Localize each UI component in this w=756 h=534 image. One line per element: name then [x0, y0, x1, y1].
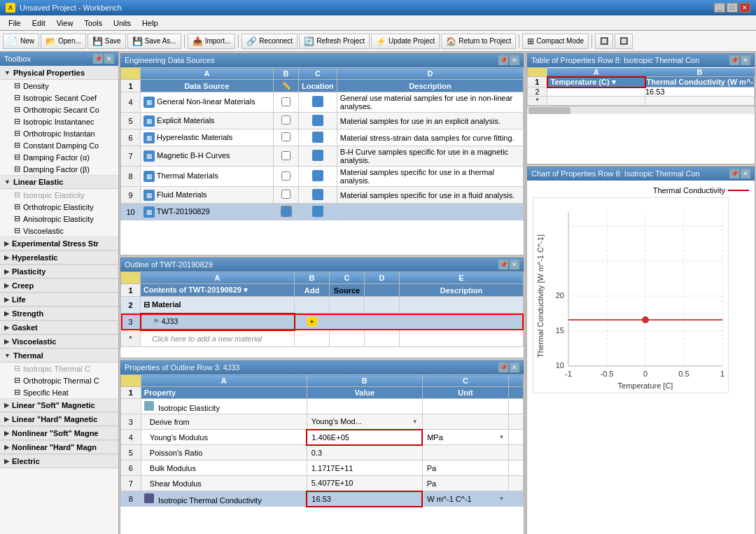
eng-data-close-btn[interactable]: ✕ [510, 55, 519, 65]
toolbox-orthotropic-secant-co[interactable]: ⊟Orthotropic Secant Co [0, 104, 118, 115]
eng-row-4[interactable]: 4 ▦ General Non-linear Materials General… [121, 92, 524, 113]
outline-new-label[interactable]: Click here to add a new material [141, 330, 295, 347]
section-strength-header[interactable]: ▶Strength [0, 307, 118, 321]
compact-button[interactable]: ⊞Compact Mode [522, 34, 589, 49]
toolbox-anisotropic-elasticity[interactable]: ⊟Anisotropic Elasticity [0, 213, 118, 225]
props-shear-value[interactable]: 5.4077E+10 [307, 476, 422, 491]
props-poisson-value[interactable]: 0.3 [307, 445, 422, 461]
props-row-8[interactable]: 8 Isotropic Thermal Conductivity 16.53 [121, 491, 524, 507]
save-as-button[interactable]: 💾Save As... [127, 34, 181, 49]
section-nonlinear-soft-header[interactable]: ▶Nonlinear "Soft" Magne [0, 426, 118, 440]
section-linear-elastic-header[interactable]: ▼ Linear Elastic [0, 175, 118, 189]
props-pin-btn[interactable]: 📌 [498, 363, 508, 372]
section-linear-hard-header[interactable]: ▶Linear "Hard" Magnetic [0, 412, 118, 426]
toolbox-close[interactable]: ✕ [104, 54, 114, 64]
section-life-header[interactable]: ▶Life [0, 293, 118, 307]
section-viscoelastic-header[interactable]: ▶Viscoelastic [0, 335, 118, 349]
filter-btn2[interactable]: 🔲 [615, 34, 633, 49]
row-5-check[interactable] [281, 115, 290, 125]
return-button[interactable]: 🏠Return to Project [441, 34, 516, 49]
maximize-button[interactable]: □ [727, 3, 738, 13]
props-thermal-value[interactable]: 16.53 [307, 491, 422, 507]
toolbox-isotropic-instantanec[interactable]: ⊟Isotropic Instantanec [0, 115, 118, 127]
tp-hscroll[interactable] [527, 106, 755, 114]
props-row-7[interactable]: 7 Shear Modulus 5.4077E+10 Pa [121, 476, 524, 491]
minimize-button[interactable]: _ [714, 3, 725, 13]
outline-4j33-add[interactable]: + [295, 314, 330, 330]
eng-row-7[interactable]: 7 ▦ Magnetic B-H Curves B-H Curve sample… [121, 146, 524, 167]
section-nonlinear-hard-header[interactable]: ▶Nonlinear "Hard" Magn [0, 440, 118, 454]
row-8-check[interactable] [281, 171, 290, 181]
tp-row-2-temp[interactable] [547, 87, 645, 97]
row-4-check[interactable] [281, 97, 290, 106]
menu-tools[interactable]: Tools [78, 17, 108, 29]
row-7-check[interactable] [281, 151, 290, 160]
outline-pin-btn[interactable]: 📌 [498, 260, 508, 269]
props-bulk-value[interactable]: 1.1717E+11 [307, 461, 422, 476]
add-material-btn[interactable]: + [307, 316, 318, 327]
eng-row-9[interactable]: 9 ▦ Fluid Materials Material samples spe… [121, 187, 524, 204]
toolbox-pin[interactable]: 📌 [93, 54, 103, 64]
table-props-pin-btn[interactable]: 📌 [729, 55, 739, 65]
table-props-close-btn[interactable]: ✕ [741, 55, 750, 65]
tp-row-2-conductivity[interactable]: 16.53 [645, 87, 755, 97]
section-thermal-header[interactable]: ▼ Thermal [0, 349, 118, 363]
eng-row-10[interactable]: 10 ▦ TWT-20190829 [121, 204, 524, 220]
toolbox-damping-factor-beta[interactable]: ⊟Damping Factor (β) [0, 163, 118, 175]
props-row-4[interactable]: 4 Young's Modulus 1.406E+05 MPa ▼ [121, 430, 524, 445]
tp-row-star-temp[interactable] [547, 97, 645, 106]
menu-help[interactable]: Help [136, 17, 164, 29]
save-button[interactable]: 💾Save [88, 34, 126, 49]
section-hyperelastic-header[interactable]: ▶Hyperelastic [0, 251, 118, 265]
tp-row-star-conductivity[interactable] [645, 97, 755, 106]
toolbox-damping-factor-alpha[interactable]: ⊟Damping Factor (α) [0, 151, 118, 163]
section-creep-header[interactable]: ▶Creep [0, 279, 118, 293]
chart-pin-btn[interactable]: 📌 [729, 169, 739, 178]
row-6-check[interactable] [281, 132, 290, 141]
eng-row-6[interactable]: 6 ▦ Hyperelastic Materials Material stre… [121, 129, 524, 146]
toolbox-specific-heat[interactable]: ⊟Specific Heat [0, 386, 118, 398]
new-button[interactable]: 📄New [3, 34, 39, 49]
eng-row-8[interactable]: 8 ▦ Thermal Materials Material samples s… [121, 167, 524, 187]
outline-4j33-row[interactable]: 3 ⚑ 4J33 + [121, 314, 524, 330]
outline-new-row[interactable]: * Click here to add a new material [121, 330, 524, 347]
eng-data-pin-btn[interactable]: 📌 [498, 55, 508, 65]
props-row-3[interactable]: 3 Derive from Young's Mod... ▼ [121, 414, 524, 430]
tp-row-2[interactable]: 2 16.53 [528, 87, 755, 97]
refresh-button[interactable]: 🔄Refresh Project [299, 34, 370, 49]
menu-view[interactable]: View [51, 17, 79, 29]
menu-edit[interactable]: Edit [27, 17, 51, 29]
section-plasticity-header[interactable]: ▶Plasticity [0, 265, 118, 279]
section-electric-header[interactable]: ▶Electric [0, 454, 118, 468]
chart-close-btn[interactable]: ✕ [741, 169, 750, 178]
toolbox-density[interactable]: ⊟Density [0, 80, 118, 92]
toolbox-orthotropic-elasticity[interactable]: ⊟Orthotropic Elasticity [0, 201, 118, 213]
toolbox-orthotropic-thermal[interactable]: ⊟Orthotropic Thermal C [0, 374, 118, 386]
section-gasket-header[interactable]: ▶Gasket [0, 321, 118, 335]
props-row-5[interactable]: 5 Poisson's Ratio 0.3 [121, 445, 524, 461]
tp-row-star[interactable]: * [528, 97, 755, 106]
props-youngs-value[interactable]: 1.406E+05 [307, 430, 422, 445]
toolbox-isotropic-elasticity[interactable]: ⊟Isotropic Elasticity [0, 189, 118, 201]
toolbox-orthotropic-instantan[interactable]: ⊟Orthotropic Instantan [0, 127, 118, 139]
toolbox-constant-damping[interactable]: ⊟Constant Damping Co [0, 139, 118, 151]
menu-units[interactable]: Units [108, 17, 136, 29]
props-close-btn[interactable]: ✕ [510, 363, 519, 372]
section-experimental-stress-header[interactable]: ▶Experimental Stress Str [0, 237, 118, 251]
menu-file[interactable]: File [3, 17, 27, 29]
toolbox-isotropic-secant-coef[interactable]: ⊟Isotropic Secant Coef [0, 92, 118, 104]
props-derive-value[interactable]: Young's Mod... ▼ [307, 414, 422, 430]
reconnect-button[interactable]: 🔗Reconnect [241, 34, 298, 49]
section-linear-soft-header[interactable]: ▶Linear "Soft" Magnetic [0, 398, 118, 412]
props-row-6[interactable]: 6 Bulk Modulus 1.1717E+11 Pa [121, 461, 524, 476]
update-button[interactable]: ⚡Update Project [371, 34, 440, 49]
toolbox-isotropic-thermal[interactable]: ⊟Isotropic Thermal C [0, 363, 118, 374]
tp-hscroll-thumb[interactable] [528, 107, 570, 114]
close-button[interactable]: ✕ [739, 3, 750, 13]
import-button[interactable]: 📥Import... [188, 34, 236, 49]
outline-4j33-name[interactable]: ⚑ 4J33 [141, 314, 295, 330]
open-button[interactable]: 📂Open... [41, 34, 86, 49]
row-9-check[interactable] [281, 190, 290, 199]
outline-close-btn[interactable]: ✕ [510, 260, 519, 269]
eng-row-5[interactable]: 5 ▦ Explicit Materials Material samples … [121, 113, 524, 129]
